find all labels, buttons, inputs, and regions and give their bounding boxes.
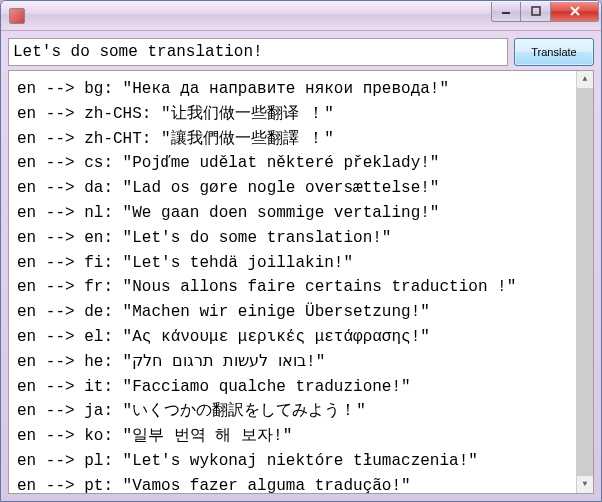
output-line: en --> de: "Machen wir einige Übersetzun… bbox=[17, 300, 585, 325]
output-line: en --> ja: "いくつかの翻訳をしてみよう！" bbox=[17, 399, 585, 424]
maximize-button[interactable] bbox=[521, 2, 551, 22]
output-line: en --> bg: "Нека да направите някои прев… bbox=[17, 77, 585, 102]
output-line: en --> it: "Facciamo qualche traduzione!… bbox=[17, 375, 585, 400]
output-line: en --> nl: "We gaan doen sommige vertali… bbox=[17, 201, 585, 226]
vertical-scrollbar[interactable]: ▲ ▼ bbox=[576, 71, 593, 493]
titlebar[interactable] bbox=[1, 1, 601, 31]
scroll-up-arrow-icon[interactable]: ▲ bbox=[577, 71, 593, 88]
scrollbar-thumb[interactable] bbox=[577, 88, 593, 476]
translation-input[interactable] bbox=[8, 38, 508, 66]
output-line: en --> ko: "일부 번역 해 보자!" bbox=[17, 424, 585, 449]
close-icon bbox=[569, 6, 581, 16]
titlebar-left bbox=[9, 8, 31, 24]
output-lines: en --> bg: "Нека да направите някои прев… bbox=[17, 77, 585, 494]
window-controls bbox=[491, 2, 599, 22]
minimize-icon bbox=[501, 6, 511, 16]
output-line: en --> zh-CHS: "让我们做一些翻译 ！" bbox=[17, 102, 585, 127]
close-button[interactable] bbox=[551, 2, 599, 22]
output-line: en --> cs: "Pojďme udělat některé překla… bbox=[17, 151, 585, 176]
output-line: en --> pt: "Vamos fazer alguma tradução!… bbox=[17, 474, 585, 494]
app-icon bbox=[9, 8, 25, 24]
output-line: en --> fi: "Let's tehdä joillakin!" bbox=[17, 251, 585, 276]
translate-button[interactable]: Translate bbox=[514, 38, 594, 66]
output-line: en --> pl: "Let's wykonaj niektóre tłuma… bbox=[17, 449, 585, 474]
minimize-button[interactable] bbox=[491, 2, 521, 22]
input-row: Translate bbox=[8, 38, 594, 66]
output-line: en --> da: "Lad os gøre nogle oversættel… bbox=[17, 176, 585, 201]
maximize-icon bbox=[531, 6, 541, 16]
output-area[interactable]: en --> bg: "Нека да направите някои прев… bbox=[8, 70, 594, 494]
svg-rect-1 bbox=[532, 7, 540, 15]
output-line: en --> fr: "Nous allons faire certains t… bbox=[17, 275, 585, 300]
output-line: en --> he: "בואו לעשות תרגום חלק!" bbox=[17, 350, 585, 375]
output-line: en --> zh-CHT: "讓我們做一些翻譯 ！" bbox=[17, 127, 585, 152]
output-line: en --> el: "Ας κάνουμε μερικές μετάφραση… bbox=[17, 325, 585, 350]
app-window: Translate en --> bg: "Нека да направите … bbox=[0, 0, 602, 502]
scroll-down-arrow-icon[interactable]: ▼ bbox=[577, 476, 593, 493]
output-line: en --> en: "Let's do some translation!" bbox=[17, 226, 585, 251]
client-area: Translate en --> bg: "Нека да направите … bbox=[1, 31, 601, 501]
